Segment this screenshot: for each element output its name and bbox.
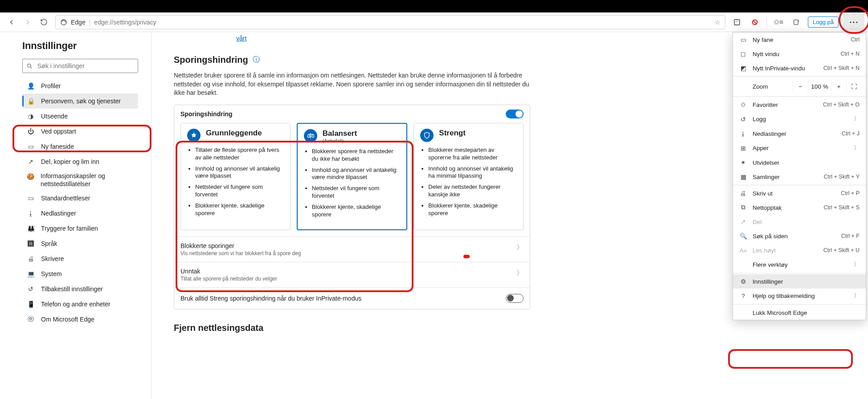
sidebar-item-downloads[interactable]: ⭳Nedlastinger xyxy=(22,206,138,221)
sidebar-item-label: Språk xyxy=(41,240,57,247)
svg-point-9 xyxy=(856,21,857,23)
sidebar-item-label: Profiler xyxy=(41,82,61,90)
search-input[interactable] xyxy=(37,62,134,70)
menu-new-window[interactable]: ◻Nytt vinduCtrl + N xyxy=(733,47,866,61)
settings-search[interactable] xyxy=(22,59,138,73)
menu-help[interactable]: ?Hjelp og tilbakemelding〉 xyxy=(733,289,866,303)
card-bullet: Nettsteder vil fungere som forventet xyxy=(312,185,401,200)
menu-zoom-row: Zoom − 100 % + ⛶ xyxy=(733,77,866,95)
system-icon: 💻 xyxy=(27,270,35,277)
menu-history[interactable]: ↺Logg〉 xyxy=(733,112,866,126)
sidebar-item-system[interactable]: 💻System xyxy=(22,266,138,281)
profile-icon: 👤 xyxy=(27,82,35,90)
app-menu-button[interactable] xyxy=(843,13,864,31)
menu-find[interactable]: 🔍Søk på sidenCtrl + F xyxy=(733,229,866,243)
sidebar-item-label: Nedlastinger xyxy=(41,210,76,217)
collections-icon[interactable] xyxy=(788,14,804,30)
annotation-dot xyxy=(463,255,470,258)
login-button[interactable]: Logg på xyxy=(808,16,839,28)
zoom-in-button[interactable]: + xyxy=(831,80,846,93)
card-bullet: Blokkerer mesteparten av sporerne fra al… xyxy=(428,147,517,162)
inprivate-strict-toggle[interactable] xyxy=(506,294,524,303)
card-title: Strengt xyxy=(439,129,466,138)
menu-webcapture[interactable]: ⧉NettopptakCtrl + Skift + S xyxy=(733,200,866,215)
sidebar-item-language[interactable]: 🅰Språk xyxy=(22,236,138,251)
product-label: Edge xyxy=(71,19,86,26)
chevron-right-icon: 〉 xyxy=(516,243,524,252)
top-link[interactable]: vårt xyxy=(236,35,246,42)
menu-apps[interactable]: ⊞Apper〉 xyxy=(733,141,866,155)
menu-label: Utvidelser xyxy=(753,159,860,166)
exceptions-link[interactable]: Unntak Tillat alle sporere på nettsteder… xyxy=(174,262,530,287)
favorites-icon[interactable]: ✩≡ xyxy=(770,14,786,30)
menu-downloads[interactable]: ⭳NedlastingerCtrl + J xyxy=(733,126,866,141)
tracking-prevention-toggle[interactable] xyxy=(506,110,524,118)
refresh-button[interactable] xyxy=(36,14,52,30)
zoom-out-button[interactable]: − xyxy=(793,80,808,93)
tp-card-basic[interactable]: Grunnleggende Tillater de fleste sporere… xyxy=(180,123,291,230)
sidebar-item-label: Del, kopier og lim inn xyxy=(41,158,99,165)
address-bar[interactable]: Edge | edge://settings/privacy ☆ xyxy=(55,15,725,29)
tab-icon: ▭ xyxy=(27,143,35,150)
window-titlebar xyxy=(0,0,868,12)
sidebar-item-cookies[interactable]: 🍪Informasjonskapsler og nettstedstillate… xyxy=(22,169,138,191)
menu-shortcut: Ctrl + J xyxy=(842,130,860,137)
sidebar-item-reset[interactable]: ↺Tilbakestill innstillinger xyxy=(22,281,138,297)
menu-shortcut: Ctrl + Skift + U xyxy=(823,247,860,253)
edge-icon: ⓔ xyxy=(27,315,35,323)
star-icon[interactable]: ☆ xyxy=(715,19,721,26)
menu-shortcut: Ctrl xyxy=(851,37,860,43)
svg-point-7 xyxy=(850,21,851,23)
sidebar-item-about[interactable]: ⓔOm Microsoft Edge xyxy=(22,312,138,327)
reading-list-icon[interactable] xyxy=(729,14,745,30)
edge-icon xyxy=(60,19,67,26)
tp-card-strict[interactable]: Strengt Blokkerer mesteparten av sporern… xyxy=(414,123,524,230)
menu-label: Logg xyxy=(753,116,848,122)
chevron-right-icon: 〉 xyxy=(516,269,524,278)
blocked-trackers-link[interactable]: Blokkerte sporinger Vis nettstedene som … xyxy=(174,236,530,262)
menu-print[interactable]: 🖨Skriv utCtrl + P xyxy=(733,186,866,200)
menu-favorites[interactable]: ✩FavoritterCtrl + Skift + O xyxy=(733,98,866,112)
menu-shortcut: Ctrl + P xyxy=(841,190,860,196)
sidebar-item-default[interactable]: ▭Standardnettleser xyxy=(22,191,138,206)
sidebar-item-newtab[interactable]: ▭Ny faneside xyxy=(22,139,138,154)
chevron-right-icon: 〉 xyxy=(854,261,860,269)
sidebar-item-phone[interactable]: 📱Telefon og andre enheter xyxy=(22,297,138,312)
menu-label: Favoritter xyxy=(753,102,818,108)
fullscreen-button[interactable]: ⛶ xyxy=(846,80,861,93)
sidebar-item-onstart[interactable]: ⏻Ved oppstart xyxy=(22,124,138,139)
sidebar-item-printers[interactable]: 🖨Skrivere xyxy=(22,251,138,266)
sidebar-item-label: Personvern, søk og tjenester xyxy=(41,98,121,105)
menu-close-edge[interactable]: Lukk Microsoft Edge xyxy=(733,305,866,320)
sidebar-item-profiles[interactable]: 👤Profiler xyxy=(22,78,138,94)
menu-extensions[interactable]: ✶Utvidelser xyxy=(733,155,866,170)
chevron-right-icon: 〉 xyxy=(854,144,860,152)
sidebar-item-label: Ny faneside xyxy=(41,143,74,150)
menu-settings[interactable]: ⚙Innstillinger xyxy=(733,274,866,289)
inprivate-icon: ◩ xyxy=(739,65,747,72)
chevron-right-icon: 〉 xyxy=(854,292,860,300)
menu-moretools[interactable]: Flere verktøy〉 xyxy=(733,257,866,272)
app-menu: ▭Ny faneCtrl ◻Nytt vinduCtrl + N ◩Nytt I… xyxy=(733,32,866,320)
menu-new-inprivate[interactable]: ◩Nytt InPrivate-vinduCtrl + Skift + N xyxy=(733,61,866,75)
help-icon[interactable]: ⓘ xyxy=(253,55,260,65)
forward-button[interactable] xyxy=(20,14,36,30)
sidebar-item-share[interactable]: ↗Del, kopier og lim inn xyxy=(22,154,138,169)
search-icon xyxy=(26,63,33,69)
menu-shortcut: Ctrl + Skift + S xyxy=(823,204,860,211)
search-icon: 🔍 xyxy=(739,232,747,240)
printer-icon: 🖨 xyxy=(27,255,35,262)
tp-card-balanced[interactable]: Balansert(Anbefalt) Blokkerer sporere fr… xyxy=(297,123,408,230)
back-button[interactable] xyxy=(4,14,20,30)
adblock-icon[interactable] xyxy=(747,14,763,30)
card-bullet: Deler av nettsteder fungerer kanskje ikk… xyxy=(428,183,517,199)
sidebar-item-label: Informasjonskapsler og nettstedstillatel… xyxy=(41,172,138,188)
menu-collections[interactable]: ▦SamlingerCtrl + Skift + Y xyxy=(733,170,866,184)
sidebar-item-privacy[interactable]: 🔒Personvern, søk og tjenester xyxy=(22,94,138,109)
sidebar-item-appearance[interactable]: ◑Utseende xyxy=(22,109,138,124)
sidebar-item-family[interactable]: 👪Tryggere for familien xyxy=(22,221,138,236)
menu-new-tab[interactable]: ▭Ny faneCtrl xyxy=(733,33,866,47)
browser-icon: ▭ xyxy=(27,195,35,202)
language-icon: 🅰 xyxy=(27,240,35,247)
card-bullet: Innhold og annonser vil antakelig være m… xyxy=(312,167,401,182)
